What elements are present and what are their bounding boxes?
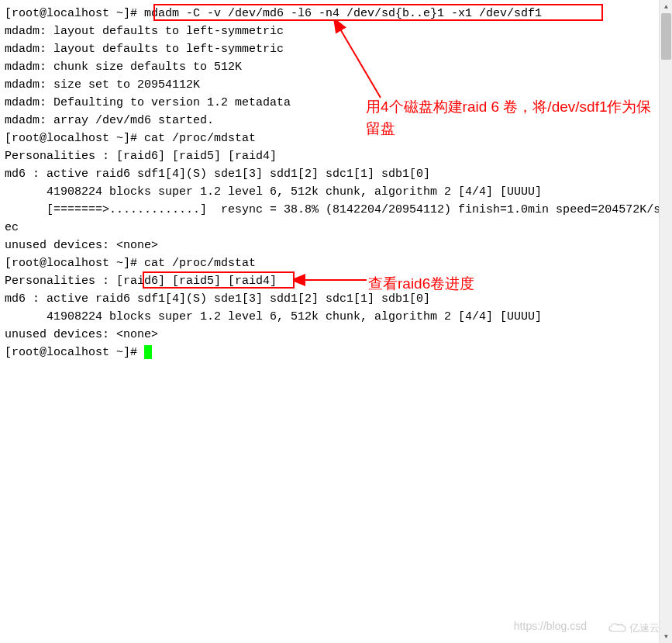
watermark-url: https://blog.csd — [514, 617, 587, 635]
terminal-line: [root@localhost ~]# cat /proc/mdstat — [5, 254, 667, 272]
vertical-scrollbar[interactable]: ▲ ▼ — [659, 0, 672, 643]
terminal-line: unused devices: <none> — [5, 326, 667, 344]
terminal-cursor — [144, 345, 152, 359]
shell-prompt: [root@localhost ~]# — [5, 7, 137, 20]
terminal-line: mdadm: size set to 20954112K — [5, 76, 667, 94]
terminal-line: 41908224 blocks super 1.2 level 6, 512k … — [5, 308, 667, 326]
cloud-icon — [608, 622, 626, 634]
shell-command: cat /proc/mdstat — [137, 132, 256, 145]
terminal-line: unused devices: <none> — [5, 237, 667, 254]
terminal-line: [=======>.............] resync = 38.8% (… — [5, 201, 667, 237]
shell-prompt: [root@localhost ~]# — [5, 132, 137, 145]
annotation-text-2: 查看raid6卷进度 — [368, 273, 474, 295]
terminal-line: 41908224 blocks super 1.2 level 6, 512k … — [5, 183, 667, 201]
scrollbar-down-arrow-icon[interactable]: ▼ — [660, 630, 672, 643]
shell-prompt: [root@localhost ~]# — [5, 257, 137, 270]
terminal-line: Personalities : [raid6] [raid5] [raid4] — [5, 147, 667, 165]
terminal-line: mdadm: chunk size defaults to 512K — [5, 58, 667, 76]
scrollbar-thumb[interactable] — [661, 13, 671, 60]
terminal-line: md6 : active raid6 sdf1[4](S) sde1[3] sd… — [5, 290, 667, 308]
terminal-line: [root@localhost ~]# mdadm -C -v /dev/md6… — [5, 5, 667, 22]
scrollbar-up-arrow-icon[interactable]: ▲ — [660, 0, 672, 13]
terminal-line: Personalities : [raid6] [raid5] [raid4] — [5, 272, 667, 290]
terminal-line: md6 : active raid6 sdf1[4](S) sde1[3] sd… — [5, 165, 667, 183]
shell-command: cat /proc/mdstat — [137, 257, 256, 270]
watermark-brand: 亿速云 — [608, 619, 660, 637]
terminal-output: [root@localhost ~]# mdadm -C -v /dev/md6… — [0, 0, 672, 366]
annotation-text-1: 用4个磁盘构建raid 6 卷，将/dev/sdf1作为保留盘 — [366, 96, 660, 140]
terminal-line: mdadm: layout defaults to left-symmetric — [5, 22, 667, 40]
shell-prompt: [root@localhost ~]# — [5, 346, 137, 359]
shell-command: mdadm -C -v /dev/md6 -l6 -n4 /dev/sd{b..… — [137, 7, 542, 20]
terminal-line: [root@localhost ~]# — [5, 344, 667, 361]
shell-command — [137, 346, 144, 359]
terminal-line: mdadm: layout defaults to left-symmetric — [5, 40, 667, 58]
